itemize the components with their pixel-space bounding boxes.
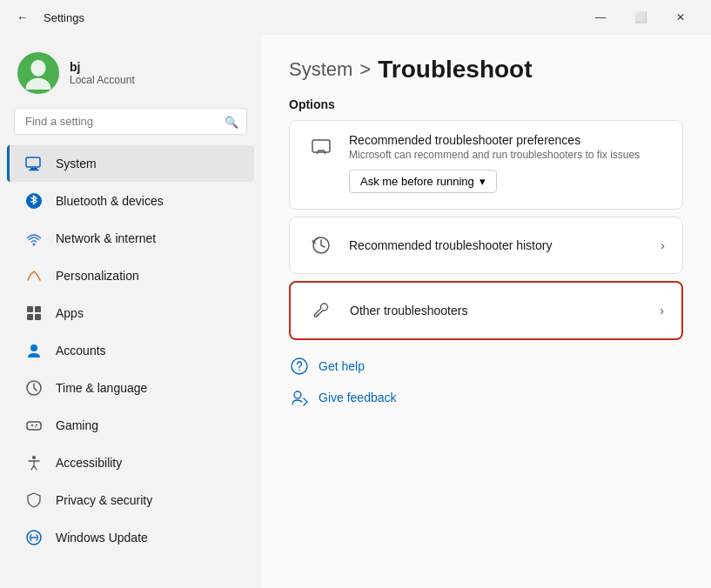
personalization-icon: [24, 266, 44, 285]
user-name: bj: [70, 60, 135, 74]
breadcrumb-separator: >: [359, 58, 371, 81]
recommended-preferences-subtitle: Microsoft can recommend and run troubles…: [349, 149, 665, 161]
recommended-preferences-card: Recommended troubleshooter preferences M…: [289, 120, 683, 210]
title-bar: ← Settings — ⬜ ✕: [0, 0, 711, 35]
svg-rect-13: [27, 422, 41, 430]
svg-point-6: [33, 244, 36, 246]
sidebar-item-gaming[interactable]: Gaming: [7, 407, 254, 444]
other-troubleshooters-row[interactable]: Other troubleshooters ›: [291, 283, 681, 338]
svg-rect-3: [30, 168, 37, 170]
other-troubleshooters-chevron-icon: ›: [660, 304, 664, 317]
svg-point-1: [26, 78, 51, 90]
svg-point-15: [35, 426, 37, 428]
search-box: 🔍: [14, 108, 247, 135]
bluetooth-icon: [24, 191, 44, 210]
svg-rect-8: [35, 306, 41, 312]
svg-rect-7: [27, 306, 33, 312]
other-troubleshooters-card[interactable]: Other troubleshooters ›: [289, 281, 683, 340]
network-icon: [24, 229, 44, 248]
nav-list: System Bluetooth & devices: [0, 145, 261, 556]
apps-icon: [24, 304, 44, 323]
history-card-content: Recommended troubleshooter history: [349, 238, 647, 252]
main-content: System > Troubleshoot Options Recommende…: [261, 35, 711, 588]
give-feedback-icon: [289, 387, 310, 408]
svg-point-23: [298, 370, 300, 371]
page-title: Troubleshoot: [378, 56, 532, 84]
title-bar-left: ← Settings: [10, 5, 84, 30]
chat-icon: [307, 133, 335, 161]
get-help-icon: [289, 356, 310, 377]
sidebar-item-network[interactable]: Network & internet: [7, 220, 254, 257]
dropdown-chevron-icon: ▾: [480, 175, 486, 188]
sidebar-item-accounts[interactable]: Accounts: [7, 332, 254, 369]
breadcrumb-parent[interactable]: System: [289, 58, 352, 81]
update-icon: [24, 528, 44, 547]
history-card-row[interactable]: Recommended troubleshooter history ›: [290, 217, 682, 273]
gaming-icon: [24, 416, 44, 435]
give-feedback-link[interactable]: Give feedback: [289, 385, 683, 410]
breadcrumb: System > Troubleshoot: [289, 56, 683, 84]
maximize-button[interactable]: ⬜: [620, 3, 661, 31]
svg-rect-9: [27, 314, 33, 320]
sidebar-item-system[interactable]: System: [7, 145, 254, 182]
sidebar-item-personalization[interactable]: Personalization: [7, 257, 254, 294]
user-section: bj Local Account: [0, 43, 261, 108]
recommended-preferences-row: Recommended troubleshooter preferences M…: [290, 121, 682, 209]
sidebar-item-label-gaming: Gaming: [56, 418, 98, 432]
sidebar-item-label-apps: Apps: [56, 306, 84, 320]
window-controls: — ⬜ ✕: [580, 3, 701, 31]
help-section: Get help Give feedback: [289, 354, 683, 410]
sidebar: bj Local Account 🔍 System: [0, 35, 261, 588]
troubleshooter-dropdown[interactable]: Ask me before running ▾: [349, 170, 497, 193]
user-account-type: Local Account: [70, 74, 135, 86]
svg-point-21: [317, 315, 319, 317]
sidebar-item-label-accounts: Accounts: [56, 344, 106, 357]
sidebar-item-label-time: Time & language: [56, 381, 147, 395]
sidebar-item-bluetooth[interactable]: Bluetooth & devices: [7, 183, 254, 219]
sidebar-item-time[interactable]: Time & language: [7, 370, 254, 406]
get-help-label: Get help: [319, 359, 365, 373]
other-troubleshooters-title: Other troubleshooters: [350, 304, 646, 317]
svg-point-24: [294, 391, 301, 398]
close-button[interactable]: ✕: [661, 3, 701, 31]
svg-point-0: [30, 60, 45, 77]
options-section-title: Options: [289, 97, 683, 111]
svg-point-14: [36, 424, 37, 426]
app-body: bj Local Account 🔍 System: [0, 35, 711, 588]
sidebar-item-label-update: Windows Update: [56, 531, 148, 545]
sidebar-item-label-network: Network & internet: [56, 231, 156, 245]
recommended-preferences-content: Recommended troubleshooter preferences M…: [349, 133, 665, 193]
other-troubleshooters-content: Other troubleshooters: [350, 304, 646, 317]
svg-rect-4: [29, 170, 39, 170]
app-title: Settings: [44, 11, 84, 24]
minimize-button[interactable]: —: [580, 3, 620, 31]
accessibility-icon: [24, 453, 44, 472]
svg-rect-2: [26, 157, 40, 167]
sidebar-item-label-privacy: Privacy & security: [56, 493, 152, 507]
sidebar-item-label-system: System: [56, 157, 97, 170]
history-chevron-icon: ›: [661, 238, 665, 252]
accounts-icon: [24, 341, 44, 360]
give-feedback-label: Give feedback: [319, 391, 397, 404]
dropdown-label: Ask me before running: [360, 175, 474, 188]
search-icon: 🔍: [225, 115, 238, 128]
sidebar-item-accessibility[interactable]: Accessibility: [7, 444, 254, 481]
sidebar-item-label-personalization: Personalization: [56, 269, 139, 283]
svg-point-16: [32, 456, 36, 459]
sidebar-item-update[interactable]: Windows Update: [7, 519, 254, 556]
back-button[interactable]: ←: [10, 5, 35, 30]
sidebar-item-apps[interactable]: Apps: [7, 295, 254, 331]
system-icon: [24, 154, 44, 173]
history-icon: [307, 231, 335, 259]
sidebar-item-label-accessibility: Accessibility: [56, 456, 122, 470]
svg-point-11: [30, 344, 37, 351]
time-icon: [24, 378, 44, 398]
history-card[interactable]: Recommended troubleshooter history ›: [289, 217, 683, 274]
user-info: bj Local Account: [70, 60, 135, 86]
sidebar-item-label-bluetooth: Bluetooth & devices: [56, 194, 164, 208]
avatar: [17, 52, 59, 94]
search-input[interactable]: [14, 108, 247, 135]
get-help-link[interactable]: Get help: [289, 354, 683, 378]
sidebar-item-privacy[interactable]: Privacy & security: [7, 482, 254, 518]
wrench-icon: [308, 297, 336, 324]
